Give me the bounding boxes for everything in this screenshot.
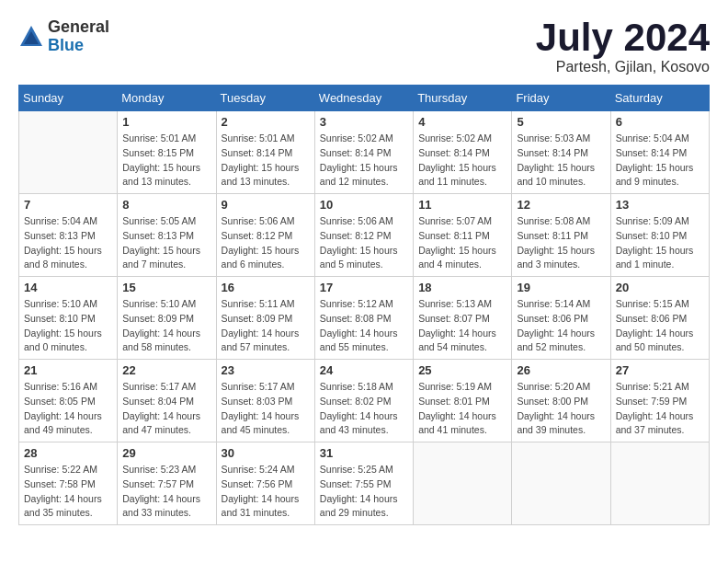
calendar-day-cell: 23Sunrise: 5:17 AMSunset: 8:03 PMDayligh… — [216, 360, 314, 442]
day-info: Sunrise: 5:14 AMSunset: 8:06 PMDaylight:… — [517, 297, 605, 355]
day-number: 21 — [24, 363, 112, 377]
day-number: 5 — [517, 115, 605, 129]
calendar-day-cell: 14Sunrise: 5:10 AMSunset: 8:10 PMDayligh… — [19, 277, 118, 360]
calendar-day-cell: 28Sunrise: 5:22 AMSunset: 7:58 PMDayligh… — [19, 442, 118, 525]
day-number: 12 — [517, 198, 605, 212]
calendar-day-cell: 12Sunrise: 5:08 AMSunset: 8:11 PMDayligh… — [512, 194, 610, 277]
calendar-day-cell — [512, 442, 610, 525]
day-info: Sunrise: 5:04 AMSunset: 8:14 PMDaylight:… — [616, 132, 704, 190]
day-number: 29 — [122, 446, 210, 460]
day-number: 2 — [222, 115, 310, 129]
calendar-day-cell: 1Sunrise: 5:01 AMSunset: 8:15 PMDaylight… — [118, 111, 216, 194]
day-number: 7 — [24, 198, 112, 212]
day-info: Sunrise: 5:25 AMSunset: 7:55 PMDaylight:… — [320, 463, 408, 521]
calendar-day-cell: 8Sunrise: 5:05 AMSunset: 8:13 PMDaylight… — [118, 194, 216, 277]
calendar-day-cell — [19, 111, 118, 194]
day-info: Sunrise: 5:10 AMSunset: 8:09 PMDaylight:… — [122, 297, 210, 355]
calendar-day-cell: 9Sunrise: 5:06 AMSunset: 8:12 PMDaylight… — [216, 194, 314, 277]
day-of-week-header: Wednesday — [314, 86, 413, 111]
calendar-week-row: 1Sunrise: 5:01 AMSunset: 8:15 PMDaylight… — [19, 111, 710, 194]
calendar-day-cell: 2Sunrise: 5:01 AMSunset: 8:14 PMDaylight… — [216, 111, 314, 194]
day-number: 25 — [418, 363, 506, 377]
logo-blue: Blue — [48, 37, 109, 55]
day-info: Sunrise: 5:11 AMSunset: 8:09 PMDaylight:… — [222, 297, 310, 355]
calendar-week-row: 7Sunrise: 5:04 AMSunset: 8:13 PMDaylight… — [19, 194, 710, 277]
day-number: 23 — [222, 363, 310, 377]
day-number: 3 — [320, 115, 408, 129]
day-number: 26 — [517, 363, 605, 377]
calendar-day-cell: 19Sunrise: 5:14 AMSunset: 8:06 PMDayligh… — [512, 277, 610, 360]
title-block: July 2024 Partesh, Gjilan, Kosovo — [536, 18, 710, 75]
logo-general: General — [48, 18, 109, 37]
day-info: Sunrise: 5:06 AMSunset: 8:12 PMDaylight:… — [320, 214, 408, 272]
day-info: Sunrise: 5:09 AMSunset: 8:10 PMDaylight:… — [616, 214, 704, 272]
day-info: Sunrise: 5:24 AMSunset: 7:56 PMDaylight:… — [222, 463, 310, 521]
day-info: Sunrise: 5:18 AMSunset: 8:02 PMDaylight:… — [320, 380, 408, 438]
day-number: 28 — [24, 446, 112, 460]
day-number: 15 — [122, 281, 210, 294]
day-info: Sunrise: 5:17 AMSunset: 8:04 PMDaylight:… — [122, 380, 210, 438]
day-number: 8 — [122, 198, 210, 212]
logo-text: General Blue — [48, 18, 109, 55]
calendar-day-cell: 6Sunrise: 5:04 AMSunset: 8:14 PMDaylight… — [610, 111, 709, 194]
day-number: 11 — [418, 198, 506, 212]
calendar-day-cell: 30Sunrise: 5:24 AMSunset: 7:56 PMDayligh… — [216, 442, 314, 525]
calendar-week-row: 28Sunrise: 5:22 AMSunset: 7:58 PMDayligh… — [19, 442, 710, 525]
day-number: 4 — [418, 115, 506, 129]
day-info: Sunrise: 5:13 AMSunset: 8:07 PMDaylight:… — [418, 297, 506, 355]
day-of-week-header: Thursday — [414, 86, 512, 111]
day-info: Sunrise: 5:22 AMSunset: 7:58 PMDaylight:… — [24, 463, 112, 521]
calendar-day-cell: 21Sunrise: 5:16 AMSunset: 8:05 PMDayligh… — [19, 360, 118, 442]
calendar-day-cell — [610, 442, 709, 525]
day-number: 9 — [222, 198, 310, 212]
logo-icon — [18, 24, 44, 50]
calendar-day-cell: 17Sunrise: 5:12 AMSunset: 8:08 PMDayligh… — [314, 277, 413, 360]
day-number: 16 — [222, 281, 310, 294]
day-info: Sunrise: 5:16 AMSunset: 8:05 PMDaylight:… — [24, 380, 112, 438]
logo: General Blue — [18, 18, 109, 55]
calendar-day-cell: 16Sunrise: 5:11 AMSunset: 8:09 PMDayligh… — [216, 277, 314, 360]
calendar-table: SundayMondayTuesdayWednesdayThursdayFrid… — [18, 85, 710, 525]
day-of-week-header: Friday — [512, 86, 610, 111]
day-number: 22 — [122, 363, 210, 377]
day-info: Sunrise: 5:02 AMSunset: 8:14 PMDaylight:… — [320, 132, 408, 190]
day-info: Sunrise: 5:01 AMSunset: 8:15 PMDaylight:… — [122, 132, 210, 190]
day-number: 19 — [517, 281, 605, 294]
calendar-day-cell: 24Sunrise: 5:18 AMSunset: 8:02 PMDayligh… — [314, 360, 413, 442]
calendar-day-cell: 18Sunrise: 5:13 AMSunset: 8:07 PMDayligh… — [414, 277, 512, 360]
day-of-week-header: Sunday — [19, 86, 118, 111]
day-info: Sunrise: 5:20 AMSunset: 8:00 PMDaylight:… — [517, 380, 605, 438]
location-subtitle: Partesh, Gjilan, Kosovo — [536, 59, 710, 75]
calendar-day-cell: 15Sunrise: 5:10 AMSunset: 8:09 PMDayligh… — [118, 277, 216, 360]
day-number: 14 — [24, 281, 112, 294]
day-number: 30 — [222, 446, 310, 460]
day-info: Sunrise: 5:01 AMSunset: 8:14 PMDaylight:… — [222, 132, 310, 190]
calendar-week-row: 21Sunrise: 5:16 AMSunset: 8:05 PMDayligh… — [19, 360, 710, 442]
day-info: Sunrise: 5:02 AMSunset: 8:14 PMDaylight:… — [418, 132, 506, 190]
day-info: Sunrise: 5:19 AMSunset: 8:01 PMDaylight:… — [418, 380, 506, 438]
calendar-day-cell: 7Sunrise: 5:04 AMSunset: 8:13 PMDaylight… — [19, 194, 118, 277]
day-info: Sunrise: 5:15 AMSunset: 8:06 PMDaylight:… — [616, 297, 704, 355]
day-number: 1 — [122, 115, 210, 129]
day-info: Sunrise: 5:06 AMSunset: 8:12 PMDaylight:… — [222, 214, 310, 272]
day-info: Sunrise: 5:08 AMSunset: 8:11 PMDaylight:… — [517, 214, 605, 272]
day-info: Sunrise: 5:04 AMSunset: 8:13 PMDaylight:… — [24, 214, 112, 272]
calendar-day-cell: 27Sunrise: 5:21 AMSunset: 7:59 PMDayligh… — [610, 360, 709, 442]
calendar-day-cell: 10Sunrise: 5:06 AMSunset: 8:12 PMDayligh… — [314, 194, 413, 277]
day-number: 13 — [616, 198, 704, 212]
calendar-day-cell: 3Sunrise: 5:02 AMSunset: 8:14 PMDaylight… — [314, 111, 413, 194]
day-number: 20 — [616, 281, 704, 294]
calendar-week-row: 14Sunrise: 5:10 AMSunset: 8:10 PMDayligh… — [19, 277, 710, 360]
day-number: 24 — [320, 363, 408, 377]
day-number: 6 — [616, 115, 704, 129]
day-info: Sunrise: 5:17 AMSunset: 8:03 PMDaylight:… — [222, 380, 310, 438]
day-number: 10 — [320, 198, 408, 212]
calendar-day-cell: 26Sunrise: 5:20 AMSunset: 8:00 PMDayligh… — [512, 360, 610, 442]
page-header: General Blue July 2024 Partesh, Gjilan, … — [18, 18, 710, 75]
calendar-day-cell: 4Sunrise: 5:02 AMSunset: 8:14 PMDaylight… — [414, 111, 512, 194]
month-year-title: July 2024 — [536, 18, 710, 57]
day-of-week-header: Tuesday — [216, 86, 314, 111]
calendar-day-cell: 22Sunrise: 5:17 AMSunset: 8:04 PMDayligh… — [118, 360, 216, 442]
calendar-day-cell: 13Sunrise: 5:09 AMSunset: 8:10 PMDayligh… — [610, 194, 709, 277]
day-info: Sunrise: 5:05 AMSunset: 8:13 PMDaylight:… — [122, 214, 210, 272]
